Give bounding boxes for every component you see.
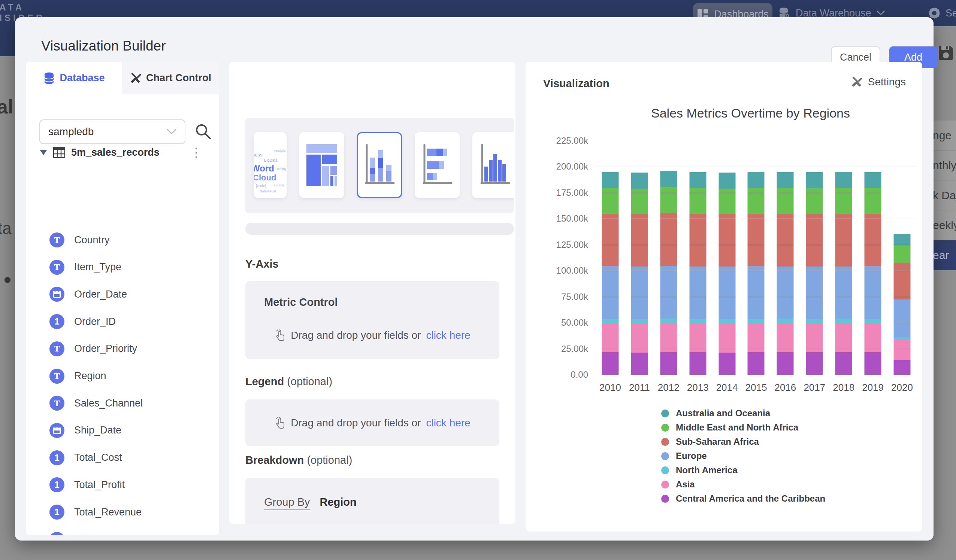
background-menu-item[interactable]: nthly [931, 151, 956, 180]
bar-segment[interactable] [689, 214, 706, 266]
stacked-bar-2011[interactable] [631, 141, 648, 375]
save-icon[interactable] [937, 44, 954, 61]
bar-segment[interactable] [806, 352, 823, 375]
breakdown-dropzone[interactable]: Group By Region [245, 478, 499, 524]
stacked-bar-2019[interactable] [865, 141, 881, 375]
bar-segment[interactable] [719, 173, 735, 189]
bar-segment[interactable] [631, 173, 648, 189]
bar-segment[interactable] [660, 171, 677, 187]
bar-segment[interactable] [689, 267, 706, 319]
field-row-country[interactable]: TCountry [49, 232, 110, 248]
bar-segment[interactable] [865, 172, 881, 188]
group-by-value[interactable]: Region [320, 496, 357, 508]
bar-segment[interactable] [660, 213, 677, 266]
legend-item[interactable]: Sub-Saharan Africa [661, 435, 825, 449]
bar-segment[interactable] [865, 352, 881, 375]
search-icon[interactable] [194, 122, 212, 140]
bar-segment[interactable] [719, 353, 735, 375]
bar-segment[interactable] [631, 267, 648, 319]
stacked-bar-2017[interactable] [806, 141, 823, 375]
horizontal-scrollbar[interactable] [245, 223, 514, 235]
field-row-region[interactable]: TRegion [49, 368, 106, 384]
legend-item[interactable]: North America [661, 463, 825, 477]
legend-item[interactable]: Australia and Oceania [661, 406, 825, 420]
bar-segment[interactable] [894, 263, 911, 299]
click-here-link[interactable]: click here [426, 417, 470, 429]
bar-segment[interactable] [602, 323, 618, 353]
database-select[interactable]: sampledb [39, 119, 186, 144]
bar-segment[interactable] [631, 214, 648, 267]
bar-segment[interactable] [806, 172, 823, 188]
field-row-item_type[interactable]: TItem_Type [49, 259, 121, 276]
bar-segment[interactable] [806, 267, 823, 319]
bar-segment[interactable] [631, 323, 648, 353]
bar-segment[interactable] [602, 188, 618, 214]
field-row-order_priority[interactable]: TOrder_Priority [49, 340, 137, 357]
field-row-ship_date[interactable]: Ship_Date [49, 422, 121, 439]
bar-segment[interactable] [719, 189, 735, 215]
stacked-bar-2018[interactable] [835, 141, 852, 375]
field-row-sales_channel[interactable]: TSales_Channel [49, 395, 143, 411]
bar-segment[interactable] [806, 323, 823, 353]
tab-chart-control[interactable]: Chart Control [122, 62, 219, 94]
bar-segment[interactable] [602, 214, 618, 266]
bar-segment[interactable] [689, 323, 706, 353]
bar-segment[interactable] [777, 172, 794, 188]
background-menu-item[interactable]: nge [931, 121, 956, 151]
bar-segment[interactable] [660, 323, 677, 352]
stacked-bar-2015[interactable] [748, 141, 764, 375]
metric-control-dropzone[interactable]: Metric Control Drag and drop your fields… [245, 281, 499, 359]
bar-segment[interactable] [865, 214, 881, 266]
bar-segment[interactable] [777, 352, 794, 375]
chart-type-treemap[interactable] [299, 132, 344, 198]
legend-item[interactable]: Middle East and North Africa [661, 420, 825, 435]
bar-segment[interactable] [660, 266, 677, 318]
bar-segment[interactable] [719, 214, 735, 267]
legend-item[interactable]: Central America and the Caribbean [661, 491, 825, 506]
field-row-total_revenue[interactable]: 1Total_Revenue [49, 504, 142, 520]
chart-type-column[interactable] [472, 132, 514, 198]
bar-segment[interactable] [602, 352, 618, 375]
field-row-total_cost[interactable]: 1Total_Cost [49, 450, 122, 466]
bar-segment[interactable] [894, 360, 911, 375]
bar-segment[interactable] [894, 300, 911, 337]
bar-segment[interactable] [835, 214, 852, 267]
bar-segment[interactable] [894, 337, 911, 340]
visualization-settings-button[interactable]: Settings [851, 76, 906, 88]
caret-down-icon[interactable] [40, 150, 47, 155]
chart-type-word-cloud[interactable]: ness Analytics BigData Word mining Cloud… [254, 132, 286, 198]
chart-type-stacked-bar[interactable] [415, 132, 460, 198]
bar-segment[interactable] [777, 323, 794, 353]
bar-segment[interactable] [660, 318, 677, 323]
table-row-5m-sales-records[interactable]: 5m_sales_records ⋮ [26, 141, 219, 163]
background-menu-item[interactable]: ear [931, 240, 956, 270]
stacked-bar-2010[interactable] [602, 141, 618, 375]
bar-segment[interactable] [835, 323, 852, 353]
bar-segment[interactable] [835, 188, 852, 214]
click-here-link[interactable]: click here [426, 329, 470, 341]
chart-type-stacked-column[interactable] [357, 132, 402, 198]
bar-segment[interactable] [777, 188, 794, 214]
bar-segment[interactable] [894, 340, 911, 360]
bar-segment[interactable] [719, 267, 735, 319]
stacked-bar-2014[interactable] [719, 141, 735, 375]
field-row-order_id[interactable]: 1Order_ID [49, 313, 116, 330]
bar-segment[interactable] [748, 266, 764, 318]
stacked-bar-2020[interactable] [894, 141, 911, 375]
bar-segment[interactable] [631, 189, 648, 215]
bar-segment[interactable] [748, 214, 764, 267]
field-row-unit_cost[interactable]: 1Unit_Cost [49, 531, 119, 535]
background-menu-item[interactable]: k Date [931, 180, 956, 210]
field-row-total_profit[interactable]: 1Total_Profit [49, 477, 125, 493]
bar-segment[interactable] [748, 352, 764, 375]
bar-segment[interactable] [660, 352, 677, 375]
bar-segment[interactable] [689, 352, 706, 375]
bar-segment[interactable] [777, 267, 794, 319]
bar-segment[interactable] [748, 323, 764, 353]
bar-segment[interactable] [748, 172, 764, 188]
bar-segment[interactable] [835, 352, 852, 375]
bar-segment[interactable] [660, 187, 677, 213]
bar-segment[interactable] [894, 234, 911, 245]
bar-segment[interactable] [835, 267, 852, 319]
bar-segment[interactable] [777, 214, 794, 266]
